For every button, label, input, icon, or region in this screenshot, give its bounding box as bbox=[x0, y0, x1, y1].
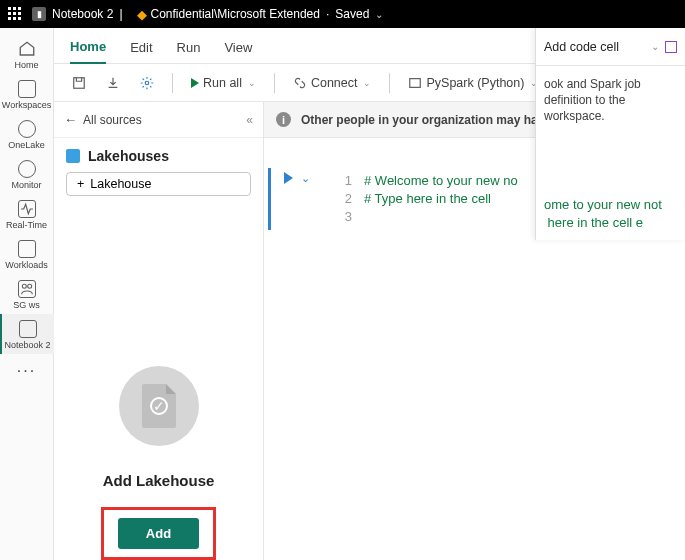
tab-view[interactable]: View bbox=[224, 40, 252, 63]
back-arrow-icon[interactable]: ← bbox=[64, 112, 77, 127]
realtime-icon bbox=[18, 200, 36, 218]
svg-rect-4 bbox=[410, 78, 421, 87]
nav-label: SG ws bbox=[13, 300, 40, 310]
notebook-item-icon bbox=[19, 320, 37, 338]
nav-monitor[interactable]: Monitor bbox=[0, 154, 54, 194]
save-state: Saved bbox=[335, 7, 369, 21]
nav-realtime[interactable]: Real-Time bbox=[0, 194, 54, 234]
sidebar-breadcrumb[interactable]: All sources bbox=[83, 113, 142, 127]
nav-label: Notebook 2 bbox=[4, 340, 50, 350]
chevron-down-icon[interactable]: ⌄ bbox=[375, 9, 383, 20]
app-launcher-icon[interactable] bbox=[8, 7, 22, 21]
connect-button[interactable]: Connect⌄ bbox=[287, 72, 378, 94]
nav-label: Real-Time bbox=[6, 220, 47, 230]
notebook-title[interactable]: Notebook 2 bbox=[52, 7, 113, 21]
empty-state: ✓ Add Lakehouse Add bbox=[54, 198, 263, 560]
add-lakehouse-pill[interactable]: + Lakehouse bbox=[66, 172, 251, 196]
nav-workloads[interactable]: Workloads bbox=[0, 234, 54, 274]
run-all-button[interactable]: Run all⌄ bbox=[185, 72, 262, 94]
gear-icon bbox=[140, 76, 154, 90]
settings-button[interactable] bbox=[134, 72, 160, 94]
shield-icon: ◆ bbox=[137, 7, 147, 22]
chevron-down-icon: ⌄ bbox=[651, 41, 659, 52]
info-icon: i bbox=[276, 112, 291, 127]
plus-icon: + bbox=[77, 177, 84, 191]
connect-label: Connect bbox=[311, 76, 358, 90]
language-label: PySpark (Python) bbox=[426, 76, 524, 90]
lakehouse-icon bbox=[66, 149, 80, 163]
cell-menu-chevron-icon[interactable]: ⌄ bbox=[301, 172, 310, 185]
workspaces-icon bbox=[18, 80, 36, 98]
tab-edit[interactable]: Edit bbox=[130, 40, 152, 63]
nav-notebook2[interactable]: Notebook 2 bbox=[0, 314, 54, 354]
nav-label: Monitor bbox=[11, 180, 41, 190]
code-text: # Welcome to your new no bbox=[364, 172, 518, 190]
left-navigation-rail: Home Workspaces OneLake Monitor Real-Tim… bbox=[0, 28, 54, 560]
play-icon bbox=[191, 78, 199, 88]
tab-run[interactable]: Run bbox=[177, 40, 201, 63]
run-all-label: Run all bbox=[203, 76, 242, 90]
add-code-cell-button[interactable]: Add code cell ⌄ bbox=[536, 28, 685, 66]
code-preview-fragment: ome to your new not here in the cell e bbox=[536, 188, 685, 240]
notebook-icon: ▮ bbox=[32, 7, 46, 21]
cell-indicator bbox=[268, 168, 271, 230]
download-button[interactable] bbox=[100, 72, 126, 94]
add-button[interactable]: Add bbox=[118, 518, 199, 549]
workloads-icon bbox=[18, 240, 36, 258]
monitor-icon bbox=[18, 160, 36, 178]
nav-label: Workspaces bbox=[2, 100, 51, 110]
workspace-icon bbox=[18, 280, 36, 298]
nav-label: Workloads bbox=[5, 260, 47, 270]
code-icon bbox=[408, 76, 422, 90]
check-icon: ✓ bbox=[150, 397, 168, 415]
panel-icon[interactable] bbox=[665, 41, 677, 53]
line-number: 1 bbox=[334, 172, 364, 190]
right-panel-fragment: Add code cell ⌄ ook and Spark job defini… bbox=[535, 28, 685, 240]
pill-label: Lakehouse bbox=[90, 177, 151, 191]
add-button-highlight: Add bbox=[101, 507, 216, 560]
svg-rect-2 bbox=[74, 77, 85, 88]
svg-point-3 bbox=[145, 81, 149, 85]
line-number: 3 bbox=[334, 208, 364, 226]
onelake-icon bbox=[18, 120, 36, 138]
home-icon bbox=[18, 40, 36, 58]
info-text-fragment: ook and Spark job definition to the work… bbox=[536, 66, 685, 134]
nav-onelake[interactable]: OneLake bbox=[0, 114, 54, 154]
nav-home[interactable]: Home bbox=[0, 34, 54, 74]
sidebar-section-title: Lakehouses bbox=[54, 138, 263, 170]
cell-gutter: ⌄ bbox=[278, 168, 334, 230]
chevron-down-icon: ⌄ bbox=[363, 78, 371, 88]
nav-label: Home bbox=[14, 60, 38, 70]
tab-home[interactable]: Home bbox=[70, 39, 106, 64]
sidebar-header: ← All sources « bbox=[54, 102, 263, 138]
svg-point-0 bbox=[22, 284, 26, 288]
nav-label: OneLake bbox=[8, 140, 45, 150]
empty-state-heading: Add Lakehouse bbox=[103, 472, 215, 489]
language-picker[interactable]: PySpark (Python)⌄ bbox=[402, 72, 544, 94]
collapse-icon[interactable]: « bbox=[246, 113, 253, 127]
run-cell-icon[interactable] bbox=[284, 172, 293, 184]
empty-state-graphic: ✓ bbox=[119, 366, 199, 446]
title-bar: ▮ Notebook 2 | ◆ Confidential\Microsoft … bbox=[0, 0, 685, 28]
link-icon bbox=[293, 76, 307, 90]
lakehouse-sidebar: ← All sources « Lakehouses + Lakehouse ✓… bbox=[54, 102, 264, 560]
line-number: 2 bbox=[334, 190, 364, 208]
nav-workspaces[interactable]: Workspaces bbox=[0, 74, 54, 114]
add-code-cell-label: Add code cell bbox=[544, 40, 619, 54]
sensitivity-label[interactable]: Confidential\Microsoft Extended bbox=[151, 7, 320, 21]
chevron-down-icon: ⌄ bbox=[248, 78, 256, 88]
code-text: # Type here in the cell bbox=[364, 190, 491, 208]
nav-more[interactable]: ··· bbox=[9, 354, 44, 388]
save-icon bbox=[72, 76, 86, 90]
svg-point-1 bbox=[27, 284, 31, 288]
download-icon bbox=[106, 76, 120, 90]
nav-sgws[interactable]: SG ws bbox=[0, 274, 54, 314]
save-button[interactable] bbox=[66, 72, 92, 94]
